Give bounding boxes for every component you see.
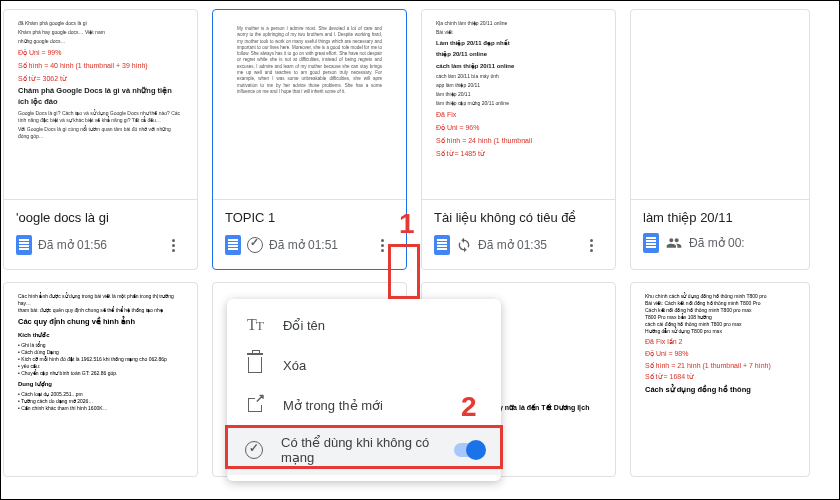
trash-icon (245, 355, 265, 375)
doc-card[interactable]: My mother is a person I admire most. She… (212, 9, 407, 270)
menu-label: Mở trong thẻ mới (283, 398, 383, 413)
menu-rename[interactable]: TT Đổi tên (227, 305, 501, 345)
open-time: Đã mở 00: (689, 236, 797, 250)
doc-title: 'oogle docs là gi (16, 210, 185, 225)
open-new-tab-icon (245, 395, 265, 415)
docs-icon (643, 233, 659, 253)
docs-icon (225, 235, 241, 255)
docs-icon (16, 235, 32, 255)
doc-card[interactable]: làm thiệp 20/11 Đã mở 00: (630, 9, 810, 270)
doc-card[interactable]: đã Khám phá google docs là gì Khám phá h… (3, 9, 198, 270)
menu-delete[interactable]: Xóa (227, 345, 501, 385)
doc-title: làm thiệp 20/11 (643, 210, 797, 225)
doc-preview: My mother is a person I admire most. She… (213, 10, 406, 200)
open-time: Đã mở 01:51 (269, 238, 364, 252)
doc-preview: đã Khám phá google docs là gì Khám phá h… (4, 10, 197, 200)
open-time: Đã mở 01:56 (38, 238, 155, 252)
doc-title: TOPIC 1 (225, 210, 394, 225)
menu-label: Xóa (283, 358, 306, 373)
sync-icon (456, 237, 472, 253)
doc-card[interactable]: Khu chính cách sử dụng đồng hồ thông min… (630, 282, 810, 477)
more-button[interactable] (579, 233, 603, 257)
menu-label: Đổi tên (283, 318, 325, 333)
more-button[interactable] (161, 233, 185, 257)
doc-preview (631, 10, 809, 200)
docs-icon (434, 235, 450, 255)
annotation-label-1: 1 (399, 208, 415, 240)
open-time: Đã mở 01:35 (478, 238, 573, 252)
doc-title: Tài liệu không có tiêu đề (434, 210, 603, 225)
annotation-box-1 (388, 244, 420, 299)
doc-preview: Kịa chính làm thiệp 20/11 online Bài viế… (422, 10, 615, 200)
offline-available-icon (247, 237, 263, 253)
annotation-box-2 (225, 425, 503, 469)
shared-icon (665, 235, 683, 251)
doc-grid: đã Khám phá google docs là gì Khám phá h… (1, 1, 839, 278)
doc-card[interactable]: Kịa chính làm thiệp 20/11 online Bài viế… (421, 9, 616, 270)
annotation-label-2: 2 (461, 391, 477, 423)
rename-icon: TT (245, 315, 265, 335)
menu-open-new-tab[interactable]: Mở trong thẻ mới (227, 385, 501, 425)
doc-card[interactable]: Các hình ảnh được sử dụng trong bài viết… (3, 282, 198, 477)
